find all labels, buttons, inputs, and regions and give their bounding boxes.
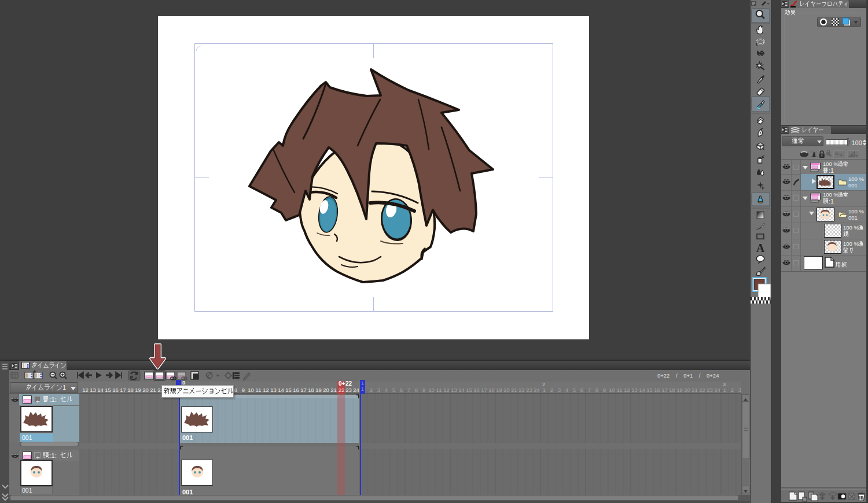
svg-text:22: 22 <box>518 387 525 393</box>
svg-text:17: 17 <box>481 387 487 393</box>
svg-text:12: 12 <box>443 387 450 393</box>
svg-text:2: 2 <box>370 387 373 393</box>
svg-text:16: 16 <box>473 387 480 393</box>
svg-text:100 %: 100 % <box>843 224 859 231</box>
svg-text:18: 18 <box>488 387 495 393</box>
svg-text:21: 21 <box>511 387 517 393</box>
svg-text:15: 15 <box>646 387 653 393</box>
svg-text:9: 9 <box>603 387 606 393</box>
svg-text:12: 12 <box>263 387 269 393</box>
svg-text:15: 15 <box>466 387 472 393</box>
svg-text:23: 23 <box>526 387 532 393</box>
svg-text:001: 001 <box>848 182 858 188</box>
svg-text:16: 16 <box>293 387 299 393</box>
svg-text:12: 12 <box>624 387 630 393</box>
svg-text:2: 2 <box>731 387 734 393</box>
svg-text:2: 2 <box>550 387 553 393</box>
svg-text:14: 14 <box>639 387 645 393</box>
svg-text:24: 24 <box>534 387 540 393</box>
svg-text:21: 21 <box>330 387 337 393</box>
svg-text:21: 21 <box>150 387 156 393</box>
svg-text:18: 18 <box>127 387 134 393</box>
svg-text:13: 13 <box>90 387 96 393</box>
svg-text:100 %: 100 % <box>823 161 838 167</box>
svg-text:13: 13 <box>451 387 457 393</box>
svg-text::1: :1 <box>829 167 834 174</box>
svg-text:16: 16 <box>112 387 119 393</box>
svg-text:20: 20 <box>684 387 690 393</box>
svg-text:100 %: 100 % <box>848 208 864 214</box>
svg-text:18: 18 <box>669 387 675 393</box>
svg-text:7: 7 <box>588 387 591 393</box>
svg-text:17: 17 <box>300 387 307 393</box>
svg-text:24: 24 <box>353 387 359 393</box>
svg-text:5: 5 <box>573 387 576 393</box>
svg-text:21: 21 <box>692 387 698 393</box>
svg-text:19: 19 <box>496 387 502 393</box>
svg-text:17: 17 <box>120 387 126 393</box>
svg-text:3: 3 <box>723 382 726 387</box>
svg-text:4: 4 <box>565 387 568 393</box>
svg-text:12: 12 <box>82 387 89 393</box>
svg-text:19: 19 <box>315 387 322 393</box>
svg-text::1: :1 <box>829 198 834 205</box>
svg-text:8: 8 <box>415 387 418 393</box>
svg-text::1:: :1: <box>49 395 57 403</box>
svg-text:10: 10 <box>428 387 435 393</box>
svg-text:1: 1 <box>723 387 726 393</box>
svg-text:13: 13 <box>631 387 638 393</box>
svg-text:20: 20 <box>142 387 149 393</box>
svg-text:20: 20 <box>503 387 510 393</box>
svg-text:3: 3 <box>377 387 380 393</box>
svg-text:11: 11 <box>617 387 623 393</box>
svg-text:001: 001 <box>848 214 858 221</box>
svg-text:2: 2 <box>542 382 545 387</box>
svg-text:11: 11 <box>436 387 442 393</box>
svg-text:15: 15 <box>105 387 111 393</box>
svg-text:23: 23 <box>707 387 713 393</box>
svg-text:9: 9 <box>242 387 245 393</box>
svg-text::1:: :1: <box>49 452 57 459</box>
svg-text:14: 14 <box>458 387 465 393</box>
svg-text:18: 18 <box>308 387 314 393</box>
svg-text:14: 14 <box>97 387 104 393</box>
svg-text:10: 10 <box>609 387 615 393</box>
svg-text:3: 3 <box>738 387 741 393</box>
svg-text:22: 22 <box>699 387 705 393</box>
svg-text:23: 23 <box>345 387 352 393</box>
svg-text:13: 13 <box>270 387 277 393</box>
svg-text:A: A <box>756 242 765 254</box>
svg-text:15: 15 <box>285 387 292 393</box>
svg-text:9: 9 <box>422 387 425 393</box>
svg-text:20: 20 <box>323 387 329 393</box>
svg-text:10: 10 <box>248 387 254 393</box>
svg-text:19: 19 <box>676 387 683 393</box>
svg-text:1: 1 <box>543 387 546 393</box>
svg-text:8: 8 <box>595 387 598 393</box>
svg-text:100 %: 100 % <box>843 241 859 247</box>
svg-text:19: 19 <box>135 387 141 393</box>
svg-text:24: 24 <box>714 387 720 393</box>
svg-text:100 %: 100 % <box>848 176 864 182</box>
svg-text:4: 4 <box>385 387 388 393</box>
svg-text:1: 1 <box>62 384 66 391</box>
svg-text:14: 14 <box>278 387 284 393</box>
svg-text:3: 3 <box>558 387 561 393</box>
svg-text:5: 5 <box>392 387 395 393</box>
svg-text:16: 16 <box>654 387 660 393</box>
svg-text:6: 6 <box>580 387 583 393</box>
svg-text:11: 11 <box>256 387 262 393</box>
svg-text:17: 17 <box>661 387 668 393</box>
svg-text:6: 6 <box>400 387 403 393</box>
svg-text:7: 7 <box>407 387 410 393</box>
svg-text:100 %: 100 % <box>823 191 838 198</box>
